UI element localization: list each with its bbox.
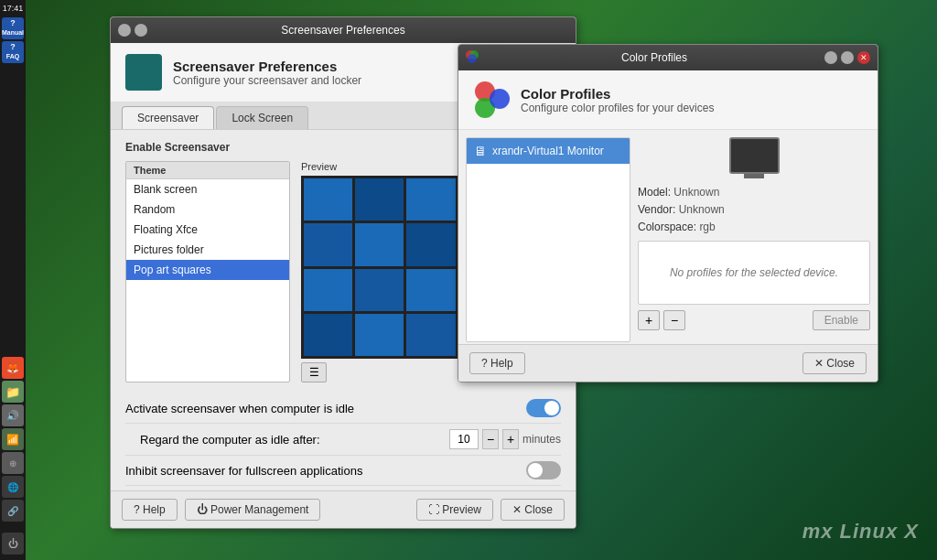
theme-pop-art-squares[interactable]: Pop art squares xyxy=(126,260,289,280)
theme-floating-xfce[interactable]: Floating Xfce xyxy=(126,220,289,240)
color-maximize-button[interactable] xyxy=(841,51,854,64)
inhibit-toggle[interactable] xyxy=(526,461,561,479)
remove-profile-button[interactable]: − xyxy=(663,310,685,330)
preview-cell xyxy=(304,178,352,221)
screensaver-header-text: Screensaver Preferences Configure your s… xyxy=(173,59,361,87)
theme-random[interactable]: Random xyxy=(126,199,289,220)
preview-cell xyxy=(406,223,455,265)
screensaver-preview-button[interactable]: ⛶ Preview xyxy=(416,499,493,521)
screensaver-header-subtitle: Configure your screensaver and locker xyxy=(173,74,361,87)
tab-screensaver[interactable]: Screensaver xyxy=(122,106,214,129)
volume-icon[interactable]: 🔊 xyxy=(2,404,24,426)
screensaver-footer-right: ⛶ Preview ✕ Close xyxy=(416,499,565,521)
preview-cell xyxy=(355,314,404,356)
color-window-controls: ✕ xyxy=(824,51,870,64)
colorspace-row: Colorspace: rgb xyxy=(638,219,870,236)
screensaver-header-title: Screensaver Preferences xyxy=(173,59,361,74)
color-circles xyxy=(473,81,510,118)
inhibit-label: Inhibit screensaver for fullscreen appli… xyxy=(125,464,362,478)
vendor-row: Vendor: Unknown xyxy=(638,201,870,219)
screensaver-minimize-button[interactable] xyxy=(118,24,131,37)
device-meta: Model: Unknown Vendor: Unknown Colorspac… xyxy=(638,184,870,237)
theme-blank-screen[interactable]: Blank screen xyxy=(126,179,289,199)
preview-cell xyxy=(406,314,455,356)
activate-idle-label: Activate screensaver when computer is id… xyxy=(125,402,354,415)
no-profiles-text: No profiles for the selected device. xyxy=(670,266,838,279)
color-footer: ? Help ✕ Close xyxy=(458,344,878,382)
preview-cell xyxy=(355,269,404,311)
activate-idle-toggle[interactable] xyxy=(526,399,561,417)
theme-manage-button[interactable]: ☰ xyxy=(301,362,327,382)
preview-cell xyxy=(355,223,404,265)
screensaver-titlebar: Screensaver Preferences xyxy=(111,17,576,43)
screensaver-app-icon xyxy=(125,54,162,91)
preview-cell xyxy=(406,269,455,311)
device-name-label: xrandr-Virtual1 Monitor xyxy=(492,145,604,157)
preview-cell xyxy=(406,178,455,221)
clock-display: 17:41 xyxy=(3,2,24,16)
firefox-icon[interactable]: 🦊 xyxy=(2,357,24,379)
device-item-monitor[interactable]: 🖥 xrandr-Virtual1 Monitor xyxy=(467,138,630,164)
minutes-label: minutes xyxy=(522,433,561,446)
screensaver-close-button[interactable]: ✕ Close xyxy=(501,499,565,521)
files-icon[interactable]: 📁 xyxy=(2,381,24,403)
theme-list-header: Theme xyxy=(126,162,289,179)
profiles-panel: No profiles for the selected device. xyxy=(638,241,870,305)
inhibit-row: Inhibit screensaver for fullscreen appli… xyxy=(125,456,561,486)
idle-increment-button[interactable]: + xyxy=(502,429,519,449)
colorspace-value: rgb xyxy=(699,221,715,233)
screensaver-title: Screensaver Preferences xyxy=(147,24,539,37)
idle-after-label: Regard the computer as idle after: xyxy=(140,433,320,447)
color-close-button[interactable]: ✕ xyxy=(857,51,870,64)
theme-pictures-folder[interactable]: Pictures folder xyxy=(126,240,289,260)
idle-decrement-button[interactable]: − xyxy=(482,429,499,449)
color-header-subtitle: Configure color profiles for your device… xyxy=(521,102,714,114)
monitor-thumbnail xyxy=(729,137,780,174)
color-body: 🖥 xrandr-Virtual1 Monitor Model: Unknown… xyxy=(458,130,878,350)
enable-profile-button[interactable]: Enable xyxy=(813,310,870,330)
network-icon[interactable]: 📶 xyxy=(2,428,24,450)
manual-icon[interactable]: ?Manual xyxy=(2,17,24,39)
model-row: Model: Unknown xyxy=(638,184,870,201)
power-icon[interactable]: ⏻ xyxy=(2,533,24,555)
link-icon[interactable]: 🔗 xyxy=(2,500,24,522)
color-header: Color Profiles Configure color profiles … xyxy=(458,70,878,130)
color-minimize-button[interactable] xyxy=(824,51,837,64)
device-list: 🖥 xrandr-Virtual1 Monitor xyxy=(466,137,630,342)
usb-icon[interactable]: ⊕ xyxy=(2,452,24,474)
color-header-text: Color Profiles Configure color profiles … xyxy=(521,86,714,114)
idle-after-row: Regard the computer as idle after: − + m… xyxy=(125,424,561,456)
theme-list: Theme Blank screen Random Floating Xfce … xyxy=(125,161,290,382)
screensaver-maximize-button[interactable] xyxy=(135,24,147,37)
taskbar-left: 17:41 ?Manual ?FAQ 🦊 📁 🔊 📶 ⊕ 🌐 🔗 ⏻ xyxy=(0,0,26,560)
screensaver-footer-left: ? Help ⏻ Power Management xyxy=(122,499,320,521)
color-window-icon xyxy=(466,50,484,66)
globe-icon[interactable]: 🌐 xyxy=(2,476,24,498)
color-profiles-window: Color Profiles ✕ Color Profiles Configur… xyxy=(458,44,878,382)
screensaver-footer: ? Help ⏻ Power Management ⛶ Preview ✕ Cl… xyxy=(111,490,576,528)
device-image xyxy=(638,137,870,178)
color-help-button[interactable]: ? Help xyxy=(469,352,525,374)
theme-col-label: Theme xyxy=(134,165,166,176)
idle-value-input[interactable] xyxy=(449,429,479,449)
color-window-title: Color Profiles xyxy=(484,51,824,64)
tab-lock-screen[interactable]: Lock Screen xyxy=(216,106,308,129)
svg-point-2 xyxy=(468,54,477,63)
color-header-title: Color Profiles xyxy=(521,86,714,102)
faq-icon[interactable]: ?FAQ xyxy=(2,41,24,63)
preview-cell xyxy=(304,223,352,265)
screensaver-window-controls xyxy=(118,24,147,37)
idle-spinner: − + minutes xyxy=(449,429,561,449)
profile-actions: + − Enable xyxy=(638,310,870,330)
mx-watermark: mx Linux X xyxy=(802,520,919,544)
power-management-button[interactable]: ⏻ Power Management xyxy=(185,499,321,521)
monitor-icon: 🖥 xyxy=(474,144,487,158)
preview-cell xyxy=(355,178,404,221)
color-close-btn[interactable]: ✕ Close xyxy=(802,352,867,374)
screensaver-help-button[interactable]: ? Help xyxy=(122,499,178,521)
add-profile-button[interactable]: + xyxy=(638,310,660,330)
idle-section: Activate screensaver when computer is id… xyxy=(125,393,561,486)
vendor-value: Unknown xyxy=(679,203,725,216)
model-value: Unknown xyxy=(673,186,719,199)
color-titlebar: Color Profiles ✕ xyxy=(458,45,878,70)
